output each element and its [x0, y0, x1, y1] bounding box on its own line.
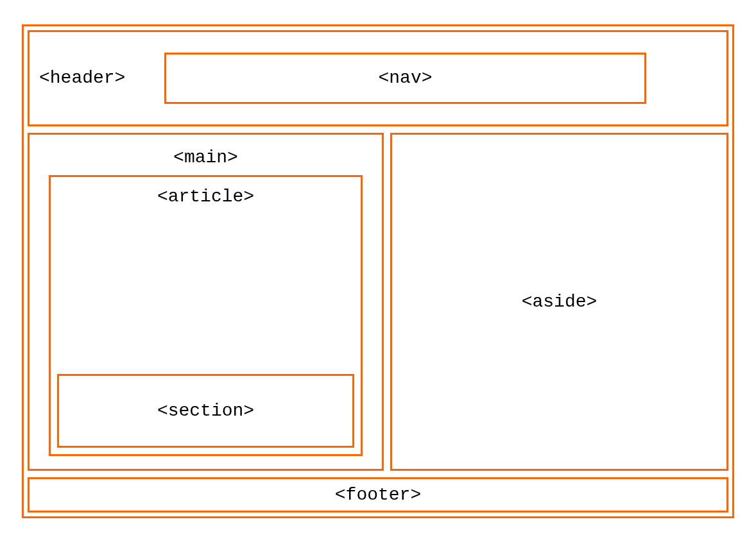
main-box: <main> <article> <section>	[28, 133, 384, 471]
header-box: <header> <nav>	[28, 30, 728, 126]
middle-row: <main> <article> <section> <aside>	[28, 133, 728, 471]
nav-box: <nav>	[164, 53, 646, 104]
main-label: <main>	[49, 141, 363, 175]
section-box: <section>	[57, 374, 354, 448]
layout-container: <header> <nav> <main> <article> <section…	[22, 24, 734, 518]
article-label: <article>	[57, 183, 354, 210]
header-label: <header>	[39, 68, 155, 88]
footer-label: <footer>	[335, 485, 421, 505]
article-box: <article> <section>	[49, 175, 363, 456]
section-label: <section>	[157, 401, 254, 421]
nav-label: <nav>	[378, 68, 432, 88]
article-spacer	[57, 210, 354, 374]
footer-box: <footer>	[28, 477, 728, 512]
aside-box: <aside>	[390, 133, 728, 471]
aside-label: <aside>	[522, 292, 597, 312]
